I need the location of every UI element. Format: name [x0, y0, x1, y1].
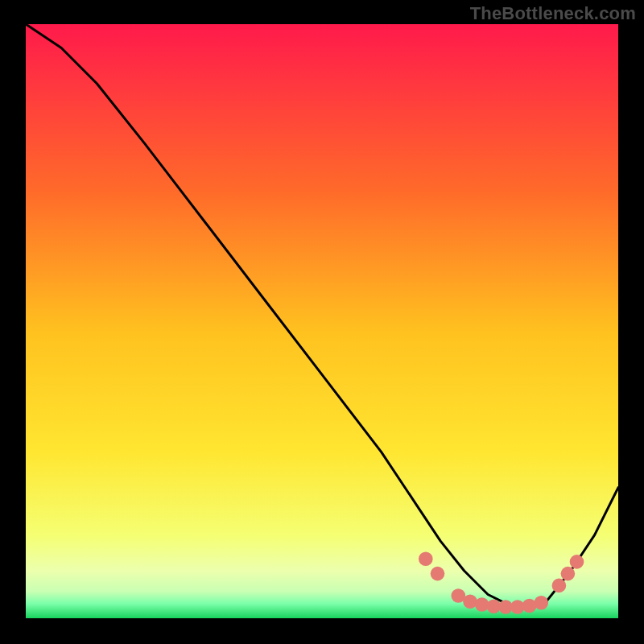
- chart-svg: [26, 24, 618, 618]
- chart-frame: TheBottleneck.com: [0, 0, 644, 644]
- watermark-text: TheBottleneck.com: [470, 3, 636, 24]
- marker-dot: [535, 596, 549, 610]
- gradient-bg: [26, 24, 618, 618]
- marker-dot: [419, 551, 433, 566]
- marker-dot: [431, 567, 445, 581]
- marker-dot: [475, 597, 489, 612]
- marker-dot: [522, 599, 537, 613]
- marker-dot: [552, 579, 567, 593]
- plot-area: [26, 24, 618, 618]
- marker-dot: [463, 595, 477, 609]
- marker-dot: [570, 555, 584, 569]
- marker-dot: [561, 567, 576, 581]
